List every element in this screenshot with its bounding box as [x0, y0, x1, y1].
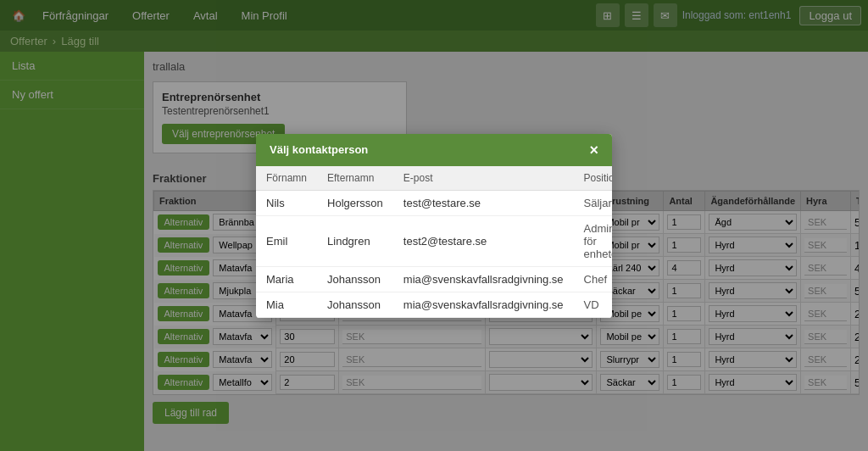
contact-col-fornamn: Förnamn	[256, 166, 317, 191]
contact-fornamn-1: Emil	[256, 215, 317, 266]
contact-epost-1: test2@testare.se	[393, 215, 574, 266]
modal-title: Välj kontaktperson	[270, 143, 368, 156]
contact-epost-3: mia@svenskavfallsradgivning.se	[393, 292, 574, 317]
contact-col-position: Position	[574, 166, 612, 191]
contact-row[interactable]: Emil Lindgren test2@testare.se Admin för…	[256, 215, 612, 266]
modal-body: Förnamn Efternamn E-post Position Nils H…	[256, 166, 612, 318]
contact-col-efternamn: Efternamn	[317, 166, 393, 191]
modal-close-button[interactable]: ×	[589, 142, 598, 158]
contact-position-3: VD	[574, 292, 612, 317]
contact-table: Förnamn Efternamn E-post Position Nils H…	[256, 166, 612, 318]
contact-fornamn-3: Mia	[256, 292, 317, 317]
contact-epost-2: mia@svenskavfallsradgivning.se	[393, 266, 574, 292]
contact-efternamn-3: Johansson	[317, 292, 393, 317]
contact-position-2: Chef	[574, 266, 612, 292]
contact-fornamn-0: Nils	[256, 190, 317, 215]
modal-overlay: Välj kontaktperson × Förnamn Efternamn E…	[0, 0, 868, 451]
contact-row[interactable]: Nils Holgersson test@testare.se Säljare	[256, 190, 612, 215]
contact-row[interactable]: Mia Johansson mia@svenskavfallsradgivnin…	[256, 292, 612, 317]
contact-efternamn-1: Lindgren	[317, 215, 393, 266]
contact-modal: Välj kontaktperson × Förnamn Efternamn E…	[256, 134, 612, 318]
contact-row[interactable]: Maria Johansson mia@svenskavfallsradgivn…	[256, 266, 612, 292]
contact-position-1: Admin för enheten	[574, 215, 612, 266]
contact-efternamn-2: Johansson	[317, 266, 393, 292]
contact-efternamn-0: Holgersson	[317, 190, 393, 215]
contact-col-epost: E-post	[393, 166, 574, 191]
modal-header: Välj kontaktperson ×	[256, 134, 612, 166]
contact-epost-0: test@testare.se	[393, 190, 574, 215]
contact-fornamn-2: Maria	[256, 266, 317, 292]
contact-position-0: Säljare	[574, 190, 612, 215]
